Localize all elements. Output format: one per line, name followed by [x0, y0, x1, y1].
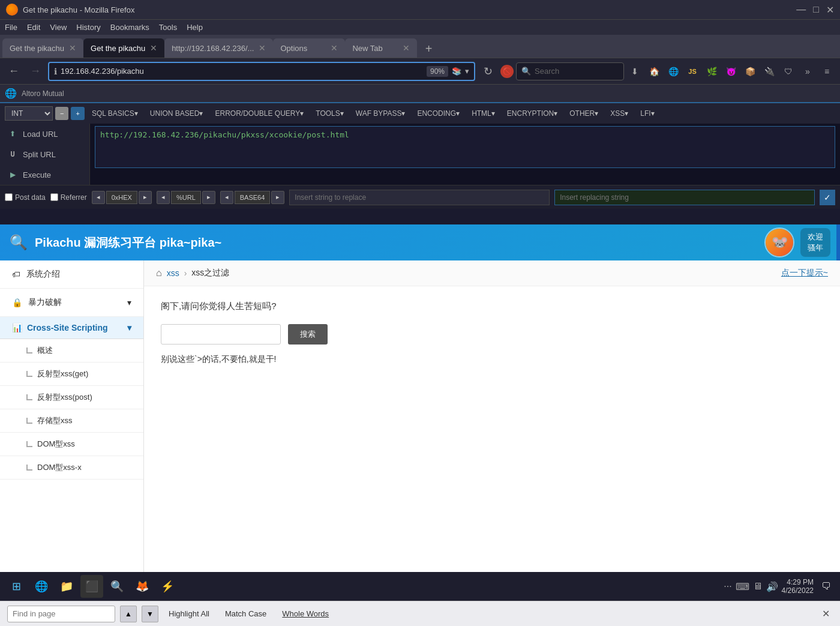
nav-xss-dom-x[interactable]: DOM型xss-x	[0, 456, 143, 480]
hackbar-other[interactable]: OTHER▾	[565, 108, 603, 119]
hackbar-lfi[interactable]: LFI▾	[635, 108, 659, 119]
match-case-button[interactable]: Match Case	[220, 606, 272, 621]
insert-string-to-replace-input[interactable]	[289, 190, 550, 205]
hackbar-url-input[interactable]: http://192.168.42.236/pikachu/pkxss/xcoo…	[95, 126, 835, 168]
hackbar-error-query[interactable]: ERROR/DOUBLE QUERY▾	[210, 108, 308, 119]
referrer-checkbox-label[interactable]: Referrer	[50, 193, 87, 202]
download-icon[interactable]: ⬇	[626, 63, 643, 80]
whole-words-button[interactable]: Whole Words	[277, 606, 334, 621]
tab-2-close[interactable]: ✕	[259, 43, 266, 53]
pcturl-right-arrow[interactable]: ▸	[202, 191, 215, 204]
hackbar-xss[interactable]: XSS▾	[605, 108, 633, 119]
menu-hamburger-icon[interactable]: ≡	[818, 63, 835, 80]
nav-system-intro[interactable]: 🏷 系统介绍	[0, 260, 143, 289]
tray-volume-icon[interactable]: 🔊	[766, 581, 778, 592]
forward-button[interactable]: →	[26, 62, 44, 80]
post-data-checkbox[interactable]	[5, 193, 13, 201]
menu-bookmarks[interactable]: Bookmarks	[110, 23, 149, 32]
base64-button[interactable]: BASE64	[235, 191, 271, 204]
close-button[interactable]: ✕	[826, 4, 834, 16]
tab-1-close[interactable]: ✕	[150, 43, 157, 53]
hackbar-load-url[interactable]: ⬆ Load URL	[0, 124, 89, 144]
js-icon[interactable]: JS	[684, 63, 701, 80]
taskbar-edge-icon[interactable]: 🌐	[30, 575, 53, 598]
block-icon[interactable]: 🚫	[500, 65, 514, 78]
find-prev-button[interactable]: ▲	[120, 606, 137, 622]
hackbar-int-select[interactable]: INT STRING	[5, 106, 53, 121]
windows-start-button[interactable]: ⊞	[5, 575, 28, 598]
menu-history[interactable]: History	[76, 23, 100, 32]
hint-link[interactable]: 点一下提示~	[781, 268, 828, 278]
tray-more-icon[interactable]: ···	[724, 581, 731, 592]
hackbar-tools[interactable]: TOOLS▾	[311, 108, 348, 119]
base64-right-arrow[interactable]: ▸	[271, 191, 284, 204]
find-next-button[interactable]: ▼	[142, 606, 158, 622]
submit-button[interactable]: 搜索	[288, 324, 328, 345]
menu-tools[interactable]: Tools	[159, 23, 177, 32]
hackbar-html[interactable]: HTML▾	[467, 108, 500, 119]
oxhex-right-arrow[interactable]: ▸	[139, 191, 152, 204]
altoro-label[interactable]: Altoro Mutual	[22, 89, 64, 98]
pcturl-left-arrow[interactable]: ◂	[157, 191, 170, 204]
tab-0[interactable]: Get the pikachu ✕	[2, 38, 83, 58]
nav-xss-overview[interactable]: 概述	[0, 339, 143, 363]
menu-help[interactable]: Help	[187, 23, 203, 32]
home-icon[interactable]: 🏠	[646, 63, 662, 80]
menu-file[interactable]: File	[5, 23, 17, 32]
insert-replacing-string-input[interactable]	[554, 190, 815, 205]
window-controls[interactable]: — □ ✕	[796, 4, 834, 16]
highlight-all-button[interactable]: Highlight All	[163, 606, 215, 621]
new-tab-button[interactable]: +	[419, 40, 437, 58]
percent-url-button[interactable]: %URL	[171, 191, 201, 204]
breadcrumb-xss-link[interactable]: xss	[167, 268, 179, 278]
hackbar-plus-btn[interactable]: +	[71, 107, 84, 120]
hackbar-execute[interactable]: ▶ Execute	[0, 164, 89, 185]
ext-icon-5[interactable]: 🛡	[780, 63, 797, 80]
hackbar-sql-basics[interactable]: SQL BASICS▾	[87, 108, 143, 119]
back-button[interactable]: ←	[5, 62, 23, 80]
hackbar-waf-bypass[interactable]: WAF BYPASS▾	[351, 108, 410, 119]
taskbar-firefox-icon[interactable]: 🦊	[131, 575, 154, 598]
notification-center-button[interactable]: 🗨	[817, 577, 835, 595]
nav-xss-stored[interactable]: 存储型xss	[0, 409, 143, 433]
replace-go-button[interactable]: ✓	[820, 190, 835, 205]
hackbar-minus-btn[interactable]: −	[55, 107, 68, 120]
tab-3[interactable]: Options ✕	[273, 38, 345, 58]
find-in-page-input[interactable]	[7, 606, 115, 622]
taskbar-app-icon[interactable]: ⚡	[156, 575, 179, 598]
reload-button[interactable]: ↻	[479, 62, 497, 80]
tab-3-close[interactable]: ✕	[331, 43, 338, 53]
nav-xss-section[interactable]: 📊 Cross-Site Scripting ▾	[0, 317, 143, 339]
question-input[interactable]	[161, 324, 281, 345]
minimize-button[interactable]: —	[796, 4, 806, 16]
drop-arrow-icon[interactable]: ▾	[465, 67, 469, 76]
base64-left-arrow[interactable]: ◂	[220, 191, 233, 204]
url-text[interactable]: 192.168.42.236/pikachu	[61, 67, 423, 76]
taskbar-terminal-icon[interactable]: ⬛	[80, 575, 103, 598]
oxhex-button[interactable]: 0xHEX	[106, 191, 137, 204]
menu-edit[interactable]: Edit	[27, 23, 40, 32]
ext-icon-4[interactable]: 🔌	[761, 63, 778, 80]
tab-0-close[interactable]: ✕	[69, 43, 76, 53]
hackbar-encryption[interactable]: ENCRYPTION▾	[502, 108, 562, 119]
tab-4-close[interactable]: ✕	[403, 43, 410, 53]
nav-xss-reflect-post[interactable]: 反射型xss(post)	[0, 386, 143, 409]
hackbar-split-url[interactable]: U Split URL	[0, 144, 89, 164]
referrer-checkbox[interactable]	[50, 193, 58, 201]
home-nav-icon[interactable]: ⌂	[156, 268, 162, 278]
post-data-checkbox-label[interactable]: Post data	[5, 193, 46, 202]
maximize-button[interactable]: □	[813, 4, 819, 16]
ext-icon-3[interactable]: 📦	[742, 63, 758, 80]
ext-icon-1[interactable]: 🌿	[703, 63, 720, 80]
oxhex-left-arrow[interactable]: ◂	[92, 191, 105, 204]
menu-view[interactable]: View	[50, 23, 67, 32]
nav-brute-force[interactable]: 🔒 暴力破解 ▾	[0, 289, 143, 317]
ext-icon-2[interactable]: 😈	[722, 63, 739, 80]
nav-xss-reflect-get[interactable]: 反射型xss(get)	[0, 363, 143, 386]
tray-monitor-icon[interactable]: 🖥	[753, 581, 763, 592]
search-bar[interactable]: 🔍 Search	[516, 62, 624, 80]
hackbar-union-based[interactable]: UNION BASED▾	[145, 108, 208, 119]
taskbar-explorer-icon[interactable]: 📁	[55, 575, 78, 598]
ext-more-icon[interactable]: »	[799, 63, 816, 80]
taskbar-search-icon[interactable]: 🔍	[106, 575, 128, 598]
